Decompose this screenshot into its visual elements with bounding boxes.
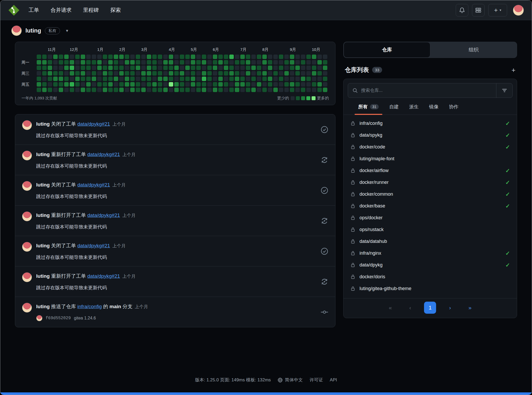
heatmap-cell[interactable] (163, 66, 168, 70)
heatmap-cell[interactable] (323, 71, 327, 76)
heatmap-cell[interactable] (53, 66, 58, 70)
heatmap-cell[interactable] (317, 82, 322, 87)
heatmap-cell[interactable] (191, 66, 195, 70)
feed-avatar[interactable] (22, 242, 32, 252)
heatmap-cell[interactable] (37, 55, 41, 59)
heatmap-cell[interactable] (169, 71, 173, 76)
heatmap-cell[interactable] (42, 88, 47, 92)
heatmap-cell[interactable] (158, 66, 162, 70)
heatmap-cell[interactable] (185, 66, 190, 70)
heatmap-cell[interactable] (64, 82, 69, 87)
api-link[interactable]: API (330, 377, 337, 383)
heatmap-cell[interactable] (246, 77, 250, 81)
heatmap-cell[interactable] (108, 82, 113, 87)
heatmap-cell[interactable] (213, 55, 217, 59)
heatmap-cell[interactable] (224, 60, 228, 65)
heatmap-cell[interactable] (301, 71, 305, 76)
heatmap-cell[interactable] (279, 55, 283, 59)
heatmap-cell[interactable] (130, 77, 135, 81)
heatmap-cell[interactable] (81, 66, 85, 70)
heatmap-cell[interactable] (147, 66, 151, 70)
heatmap-cell[interactable] (235, 71, 239, 76)
heatmap-cell[interactable] (59, 66, 63, 70)
nav-link-2[interactable]: 里程碑 (83, 7, 99, 14)
heatmap-cell[interactable] (169, 82, 173, 87)
heatmap-cell[interactable] (229, 88, 234, 92)
heatmap-cell[interactable] (251, 55, 256, 59)
heatmap-cell[interactable] (213, 77, 217, 81)
repo-row[interactable]: data/dpykg✓ (344, 259, 517, 271)
heatmap-cell[interactable] (92, 66, 96, 70)
filter-tab-2[interactable]: 派生 (409, 104, 419, 115)
heatmap-cell[interactable] (290, 88, 294, 92)
heatmap-cell[interactable] (180, 88, 184, 92)
repo-name[interactable]: data/datahub (360, 239, 387, 244)
heatmap-cell[interactable] (224, 77, 228, 81)
heatmap-cell[interactable] (64, 60, 69, 65)
heatmap-cell[interactable] (48, 55, 52, 59)
repo-row[interactable]: docker/base✓ (344, 200, 517, 212)
notifications-button[interactable] (456, 4, 468, 17)
heatmap-cell[interactable] (147, 82, 151, 87)
heatmap-cell[interactable] (218, 66, 223, 70)
heatmap-cell[interactable] (141, 71, 146, 76)
filter-tab-0[interactable]: 所有31 (358, 104, 379, 115)
heatmap-cell[interactable] (103, 77, 107, 81)
heatmap-cell[interactable] (295, 60, 300, 65)
heatmap-cell[interactable] (185, 82, 190, 87)
heatmap-cell[interactable] (273, 77, 278, 81)
heatmap-cell[interactable] (75, 66, 80, 70)
feed-target-link[interactable]: data/dpykg#21 (77, 121, 110, 127)
heatmap-cell[interactable] (268, 77, 272, 81)
heatmap-cell[interactable] (224, 55, 228, 59)
repo-row[interactable]: docker/common✓ (344, 188, 517, 200)
heatmap-cell[interactable] (196, 66, 201, 70)
heatmap-cell[interactable] (323, 60, 327, 65)
heatmap-cell[interactable] (75, 77, 80, 81)
heatmap-cell[interactable] (290, 55, 294, 59)
heatmap-cell[interactable] (158, 71, 162, 76)
heatmap-cell[interactable] (246, 82, 250, 87)
heatmap-cell[interactable] (218, 82, 223, 87)
heatmap-cell[interactable] (48, 82, 52, 87)
heatmap-cell[interactable] (158, 82, 162, 87)
heatmap-cell[interactable] (59, 77, 63, 81)
heatmap-cell[interactable] (163, 71, 168, 76)
heatmap-cell[interactable] (207, 66, 212, 70)
heatmap-cell[interactable] (323, 55, 327, 59)
heatmap-cell[interactable] (114, 66, 118, 70)
heatmap-cell[interactable] (284, 66, 289, 70)
heatmap-cell[interactable] (180, 71, 184, 76)
heatmap-cell[interactable] (169, 88, 173, 92)
heatmap-cell[interactable] (114, 55, 118, 59)
heatmap-cell[interactable] (229, 82, 234, 87)
heatmap-cell[interactable] (257, 82, 261, 87)
heatmap-cell[interactable] (97, 77, 102, 81)
heatmap-cell[interactable] (70, 60, 74, 65)
heatmap-cell[interactable] (114, 82, 118, 87)
heatmap-cell[interactable] (196, 88, 201, 92)
heatmap-cell[interactable] (53, 71, 58, 76)
heatmap-cell[interactable] (136, 82, 140, 87)
heatmap-cell[interactable] (262, 60, 267, 65)
repo-name[interactable]: ops/docker (360, 215, 383, 221)
heatmap-cell[interactable] (103, 66, 107, 70)
feed-avatar[interactable] (22, 151, 32, 161)
heatmap-cell[interactable] (48, 88, 52, 92)
heatmap-cell[interactable] (317, 77, 322, 81)
heatmap-cell[interactable] (119, 71, 124, 76)
heatmap-cell[interactable] (251, 82, 256, 87)
heatmap-cell[interactable] (229, 71, 234, 76)
heatmap-cell[interactable] (290, 60, 294, 65)
heatmap-cell[interactable] (97, 60, 102, 65)
repo-row[interactable]: docker/code✓ (344, 141, 517, 153)
heatmap-cell[interactable] (163, 55, 168, 59)
feed-actor[interactable]: luting (36, 243, 50, 248)
repo-name[interactable]: infra/config (360, 121, 383, 126)
feed-target-link[interactable]: data/dpykg#21 (87, 212, 120, 218)
heatmap-cell[interactable] (75, 60, 80, 65)
heatmap-cell[interactable] (251, 60, 256, 65)
heatmap-cell[interactable] (92, 82, 96, 87)
heatmap-cell[interactable] (86, 71, 91, 76)
heatmap-cell[interactable] (180, 60, 184, 65)
